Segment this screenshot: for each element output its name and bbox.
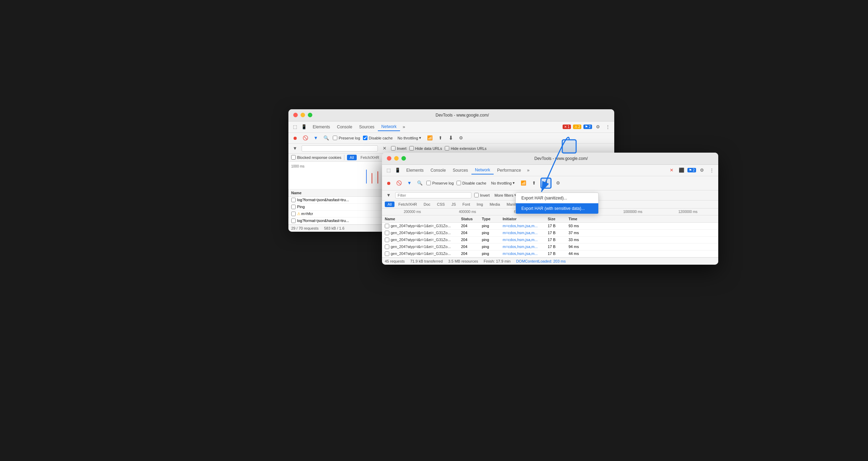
settings-icon[interactable]: ⚙ [594,123,602,131]
initiator-link[interactable]: m=cdos,hsm,jsa,m... [503,245,538,249]
more-filters-dropdown[interactable]: More filters ▾ [493,192,519,198]
close-button[interactable] [293,113,298,117]
upload-icon[interactable]: ⬆ [436,134,444,142]
row-checkbox[interactable] [385,245,389,249]
front-tab-sources[interactable]: Sources [449,167,471,174]
front-download-button[interactable]: ⬇ [540,178,552,189]
export-har-sanitized[interactable]: Export HAR (sanitized)... [516,193,598,203]
filter-icon[interactable]: ▼ [312,134,320,142]
front-maximize-button[interactable] [401,156,406,161]
tab-sources[interactable]: Sources [356,123,378,131]
front-clear-icon[interactable]: 🚫 [395,179,403,187]
clear-icon[interactable]: 🚫 [302,134,309,142]
device-icon[interactable]: 📱 [300,123,308,131]
hide-extension-urls-checkbox[interactable] [445,146,449,151]
maximize-button[interactable] [308,113,312,117]
front-type-doc[interactable]: Doc [421,202,433,207]
front-type-img[interactable]: Img [474,202,486,207]
initiator-link[interactable]: m=cdos,hsm,jsa,m... [503,251,538,256]
tab-console[interactable]: Console [333,123,356,131]
front-type-media[interactable]: Media [487,202,503,207]
front-tab-network[interactable]: Network [471,166,494,174]
tab-network[interactable]: Network [378,123,400,131]
preserve-log-label[interactable]: Preserve log [333,136,360,140]
front-more-tabs-icon[interactable]: » [524,167,532,174]
front-wifi-icon[interactable]: 📶 [520,179,527,187]
hide-data-urls-checkbox[interactable] [409,146,414,151]
front-device-icon[interactable]: 📱 [394,167,401,174]
table-row[interactable]: gen_204?atyp=i&r=1&ei=_G31Zo... 204 ping… [382,244,718,250]
type-fetch-btn[interactable]: Fetch/XHR [358,155,382,160]
row-checkbox[interactable] [385,238,389,242]
table-row[interactable]: gen_204?atyp=i&r=1&ei=_G31Zo... 204 ping… [382,230,718,237]
filter-input[interactable] [302,145,378,152]
front-filter-input[interactable] [395,192,471,198]
front-record-icon[interactable]: ⏺ [385,179,392,187]
row-checkbox[interactable] [385,251,389,256]
inspect-icon[interactable]: ⬚ [291,123,299,131]
minimize-button[interactable] [301,113,305,117]
front-close-button[interactable] [387,156,391,161]
table-row[interactable]: gen_204?atyp=i&r=1&ei=_G31Zo... 204 ping… [382,250,718,257]
front-filter2-icon[interactable]: ▼ [385,191,392,199]
disable-cache-label[interactable]: Disable cache [363,136,393,140]
front-settings2-icon[interactable]: ⚙ [554,179,562,187]
row-checkbox[interactable] [385,231,389,235]
front-tab-console[interactable]: Console [427,167,449,174]
hide-extension-urls-label[interactable]: Hide extension URLs [445,146,486,151]
row-checkbox[interactable] [291,198,296,202]
download-icon[interactable]: ⬇ [447,134,454,142]
initiator-link[interactable]: m=cdos,hsm,jsa,m... [503,231,538,235]
front-type-css[interactable]: CSS [434,202,448,207]
type-all-btn[interactable]: All [347,155,357,160]
invert-label[interactable]: Invert [391,146,407,151]
front-settings-icon[interactable]: ⚙ [698,167,706,174]
front-throttle-dropdown[interactable]: No throttling ▾ [489,180,517,186]
row-checkbox[interactable] [385,224,389,228]
row-checkbox[interactable] [291,212,296,216]
front-search-icon[interactable]: 🔍 [416,179,424,187]
initiator-link[interactable]: m=cdos,hsm,jsa,m... [503,238,538,242]
front-type-fetch[interactable]: Fetch/XHR [396,202,420,207]
table-row[interactable]: gen_204?atyp=i&r=1&ei=_G31Zo... 204 ping… [382,223,718,230]
front-stop-icon[interactable]: ⬛ [678,167,685,174]
hide-data-urls-label[interactable]: Hide data URLs [409,146,442,151]
front-invert-label[interactable]: Invert [474,193,490,197]
front-more-options-icon[interactable]: ⋮ [708,167,715,174]
front-upload-icon[interactable]: ⬆ [530,179,538,187]
front-minimize-button[interactable] [394,156,399,161]
front-preserve-log-checkbox[interactable] [426,181,431,185]
record-icon[interactable]: ⏺ [291,134,299,142]
initiator-link[interactable]: m=cdos,hsm,jsa,m... [503,224,538,228]
row-checkbox[interactable] [291,219,296,223]
more-options-icon[interactable]: ⋮ [604,123,611,131]
front-tab-performance[interactable]: Performance [494,167,524,174]
front-type-js[interactable]: JS [449,202,459,207]
front-disable-cache[interactable]: Disable cache [457,181,486,185]
wifi-icon[interactable]: 📶 [426,134,434,142]
blocked-cookies-checkbox[interactable] [291,155,296,160]
front-preserve-log[interactable]: Preserve log [426,181,454,185]
front-disable-cache-checkbox[interactable] [457,181,461,185]
export-har-sensitive[interactable]: Export HAR (with sensitive data)... [516,203,598,214]
front-tab-elements[interactable]: Elements [403,167,427,174]
disable-cache-checkbox[interactable] [363,136,367,140]
tab-elements[interactable]: Elements [309,123,333,131]
front-type-all[interactable]: All [385,202,394,207]
search-icon[interactable]: 🔍 [322,134,330,142]
preserve-log-checkbox[interactable] [333,136,337,140]
throttle-dropdown[interactable]: No throttling ▾ [396,135,423,141]
front-invert-checkbox[interactable] [474,193,479,197]
filter2-icon[interactable]: ▼ [291,145,299,152]
front-inspect-icon[interactable]: ⬚ [385,167,392,174]
front-filter-icon[interactable]: ▼ [406,179,413,187]
settings2-icon[interactable]: ⚙ [457,134,465,142]
front-type-font[interactable]: Font [460,202,473,207]
table-row[interactable]: gen_204?atyp=i&r=1&ei=_G31Zo... 204 ping… [382,237,718,244]
front-error-icon[interactable]: ✕ [668,167,676,174]
invert-checkbox[interactable] [391,146,396,151]
clear-filter-icon[interactable]: ✕ [381,145,388,152]
more-tabs-icon[interactable]: » [400,123,408,131]
row-checkbox[interactable] [291,205,296,209]
blocked-cookies-label[interactable]: Blocked response cookies [291,155,341,160]
